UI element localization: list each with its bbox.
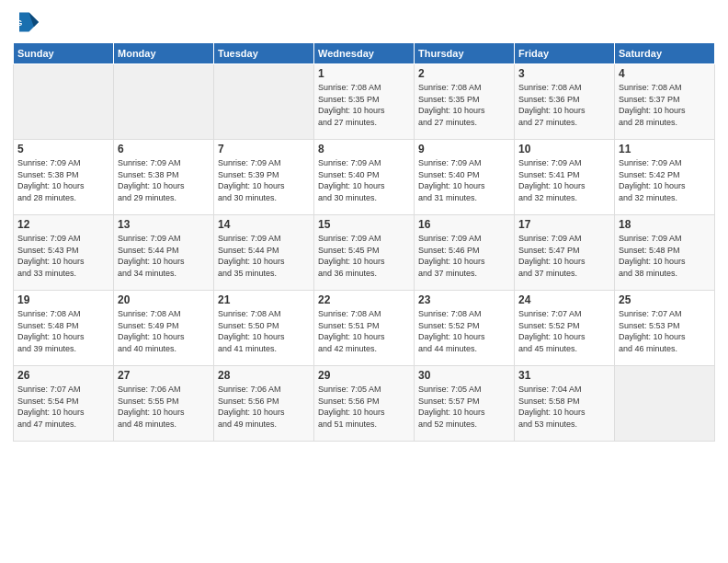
day-number: 24 xyxy=(518,293,610,306)
weekday-header-thursday: Thursday xyxy=(415,43,515,64)
day-info: Sunrise: 7:09 AM Sunset: 5:47 PM Dayligh… xyxy=(518,233,610,279)
calendar-cell: 11Sunrise: 7:09 AM Sunset: 5:42 PM Dayli… xyxy=(615,140,715,215)
calendar-cell: 12Sunrise: 7:09 AM Sunset: 5:43 PM Dayli… xyxy=(14,215,114,291)
day-info: Sunrise: 7:08 AM Sunset: 5:35 PM Dayligh… xyxy=(418,82,510,128)
calendar-cell: 18Sunrise: 7:09 AM Sunset: 5:48 PM Dayli… xyxy=(615,215,715,291)
day-number: 3 xyxy=(518,67,610,80)
day-info: Sunrise: 7:09 AM Sunset: 5:40 PM Dayligh… xyxy=(318,157,410,203)
day-number: 28 xyxy=(218,369,310,382)
calendar-cell: 27Sunrise: 7:06 AM Sunset: 5:55 PM Dayli… xyxy=(114,366,214,442)
calendar-cell: 8Sunrise: 7:09 AM Sunset: 5:40 PM Daylig… xyxy=(314,140,415,215)
calendar-cell: 30Sunrise: 7:05 AM Sunset: 5:57 PM Dayli… xyxy=(415,366,515,442)
day-number: 25 xyxy=(619,293,711,306)
day-info: Sunrise: 7:09 AM Sunset: 5:43 PM Dayligh… xyxy=(17,233,109,279)
day-info: Sunrise: 7:08 AM Sunset: 5:37 PM Dayligh… xyxy=(619,82,711,128)
day-number: 31 xyxy=(518,369,610,382)
day-number: 12 xyxy=(17,218,109,231)
calendar-cell: 31Sunrise: 7:04 AM Sunset: 5:58 PM Dayli… xyxy=(515,366,615,442)
calendar-week-4: 19Sunrise: 7:08 AM Sunset: 5:48 PM Dayli… xyxy=(14,291,715,366)
day-number: 4 xyxy=(619,67,711,80)
day-info: Sunrise: 7:09 AM Sunset: 5:42 PM Dayligh… xyxy=(619,157,711,203)
day-info: Sunrise: 7:08 AM Sunset: 5:36 PM Dayligh… xyxy=(518,82,610,128)
day-number: 13 xyxy=(118,218,210,231)
day-number: 16 xyxy=(418,218,510,231)
day-info: Sunrise: 7:09 AM Sunset: 5:45 PM Dayligh… xyxy=(318,233,410,279)
day-info: Sunrise: 7:08 AM Sunset: 5:35 PM Dayligh… xyxy=(318,82,410,128)
calendar-cell: 21Sunrise: 7:08 AM Sunset: 5:50 PM Dayli… xyxy=(214,291,314,366)
day-info: Sunrise: 7:08 AM Sunset: 5:50 PM Dayligh… xyxy=(218,308,310,354)
day-info: Sunrise: 7:09 AM Sunset: 5:39 PM Dayligh… xyxy=(218,157,310,203)
day-info: Sunrise: 7:07 AM Sunset: 5:54 PM Dayligh… xyxy=(17,384,109,430)
calendar-cell: 19Sunrise: 7:08 AM Sunset: 5:48 PM Dayli… xyxy=(14,291,114,366)
day-number: 17 xyxy=(518,218,610,231)
day-number: 5 xyxy=(17,143,109,155)
day-number: 1 xyxy=(318,67,410,80)
calendar-cell: 13Sunrise: 7:09 AM Sunset: 5:44 PM Dayli… xyxy=(114,215,214,291)
calendar-cell: 15Sunrise: 7:09 AM Sunset: 5:45 PM Dayli… xyxy=(314,215,415,291)
calendar-cell: 20Sunrise: 7:08 AM Sunset: 5:49 PM Dayli… xyxy=(114,291,214,366)
weekday-header-wednesday: Wednesday xyxy=(314,43,415,64)
day-number: 8 xyxy=(318,143,410,155)
day-number: 9 xyxy=(418,143,510,155)
calendar-cell: 4Sunrise: 7:08 AM Sunset: 5:37 PM Daylig… xyxy=(615,64,715,140)
calendar-cell xyxy=(14,64,114,140)
day-number: 23 xyxy=(418,293,510,306)
day-number: 15 xyxy=(318,218,410,231)
day-info: Sunrise: 7:08 AM Sunset: 5:49 PM Dayligh… xyxy=(118,308,210,354)
calendar-cell: 17Sunrise: 7:09 AM Sunset: 5:47 PM Dayli… xyxy=(515,215,615,291)
weekday-header-friday: Friday xyxy=(515,43,615,64)
day-info: Sunrise: 7:06 AM Sunset: 5:56 PM Dayligh… xyxy=(218,384,310,430)
calendar-cell: 6Sunrise: 7:09 AM Sunset: 5:38 PM Daylig… xyxy=(114,140,214,215)
day-number: 18 xyxy=(619,218,711,231)
day-number: 27 xyxy=(118,369,210,382)
calendar-week-3: 12Sunrise: 7:09 AM Sunset: 5:43 PM Dayli… xyxy=(14,215,715,291)
logo-icon: G xyxy=(13,9,39,35)
calendar-cell: 1Sunrise: 7:08 AM Sunset: 5:35 PM Daylig… xyxy=(314,64,415,140)
calendar-cell: 16Sunrise: 7:09 AM Sunset: 5:46 PM Dayli… xyxy=(415,215,515,291)
day-info: Sunrise: 7:06 AM Sunset: 5:55 PM Dayligh… xyxy=(118,384,210,430)
day-number: 30 xyxy=(418,369,510,382)
day-info: Sunrise: 7:09 AM Sunset: 5:44 PM Dayligh… xyxy=(118,233,210,279)
day-info: Sunrise: 7:09 AM Sunset: 5:40 PM Dayligh… xyxy=(418,157,510,203)
day-info: Sunrise: 7:09 AM Sunset: 5:38 PM Dayligh… xyxy=(118,157,210,203)
day-number: 19 xyxy=(17,293,109,306)
logo: G xyxy=(13,9,42,35)
day-number: 10 xyxy=(518,143,610,155)
day-number: 26 xyxy=(17,369,109,382)
weekday-header-row: SundayMondayTuesdayWednesdayThursdayFrid… xyxy=(14,43,715,64)
calendar-cell xyxy=(214,64,314,140)
calendar-cell: 25Sunrise: 7:07 AM Sunset: 5:53 PM Dayli… xyxy=(615,291,715,366)
day-info: Sunrise: 7:07 AM Sunset: 5:53 PM Dayligh… xyxy=(619,308,711,354)
weekday-header-saturday: Saturday xyxy=(615,43,715,64)
calendar-table: SundayMondayTuesdayWednesdayThursdayFrid… xyxy=(13,42,715,442)
day-number: 22 xyxy=(318,293,410,306)
day-number: 6 xyxy=(118,143,210,155)
calendar-week-2: 5Sunrise: 7:09 AM Sunset: 5:38 PM Daylig… xyxy=(14,140,715,215)
calendar-cell: 28Sunrise: 7:06 AM Sunset: 5:56 PM Dayli… xyxy=(214,366,314,442)
day-info: Sunrise: 7:08 AM Sunset: 5:52 PM Dayligh… xyxy=(418,308,510,354)
calendar-week-5: 26Sunrise: 7:07 AM Sunset: 5:54 PM Dayli… xyxy=(14,366,715,442)
day-info: Sunrise: 7:04 AM Sunset: 5:58 PM Dayligh… xyxy=(518,384,610,430)
day-info: Sunrise: 7:09 AM Sunset: 5:48 PM Dayligh… xyxy=(619,233,711,279)
day-info: Sunrise: 7:05 AM Sunset: 5:56 PM Dayligh… xyxy=(318,384,410,430)
calendar-cell: 23Sunrise: 7:08 AM Sunset: 5:52 PM Dayli… xyxy=(415,291,515,366)
day-info: Sunrise: 7:09 AM Sunset: 5:44 PM Dayligh… xyxy=(218,233,310,279)
calendar-cell: 14Sunrise: 7:09 AM Sunset: 5:44 PM Dayli… xyxy=(214,215,314,291)
weekday-header-sunday: Sunday xyxy=(14,43,114,64)
day-info: Sunrise: 7:09 AM Sunset: 5:38 PM Dayligh… xyxy=(17,157,109,203)
day-number: 2 xyxy=(418,67,510,80)
day-number: 21 xyxy=(218,293,310,306)
calendar-cell xyxy=(114,64,214,140)
calendar-cell: 26Sunrise: 7:07 AM Sunset: 5:54 PM Dayli… xyxy=(14,366,114,442)
calendar-cell: 7Sunrise: 7:09 AM Sunset: 5:39 PM Daylig… xyxy=(214,140,314,215)
calendar-cell: 29Sunrise: 7:05 AM Sunset: 5:56 PM Dayli… xyxy=(314,366,415,442)
day-info: Sunrise: 7:09 AM Sunset: 5:46 PM Dayligh… xyxy=(418,233,510,279)
day-number: 11 xyxy=(619,143,711,155)
day-info: Sunrise: 7:05 AM Sunset: 5:57 PM Dayligh… xyxy=(418,384,510,430)
calendar-page: G SundayMondayTuesdayWednesdayThursdayFr… xyxy=(0,0,728,563)
day-info: Sunrise: 7:08 AM Sunset: 5:51 PM Dayligh… xyxy=(318,308,410,354)
day-number: 20 xyxy=(118,293,210,306)
day-number: 7 xyxy=(218,143,310,155)
calendar-cell: 10Sunrise: 7:09 AM Sunset: 5:41 PM Dayli… xyxy=(515,140,615,215)
day-info: Sunrise: 7:07 AM Sunset: 5:52 PM Dayligh… xyxy=(518,308,610,354)
